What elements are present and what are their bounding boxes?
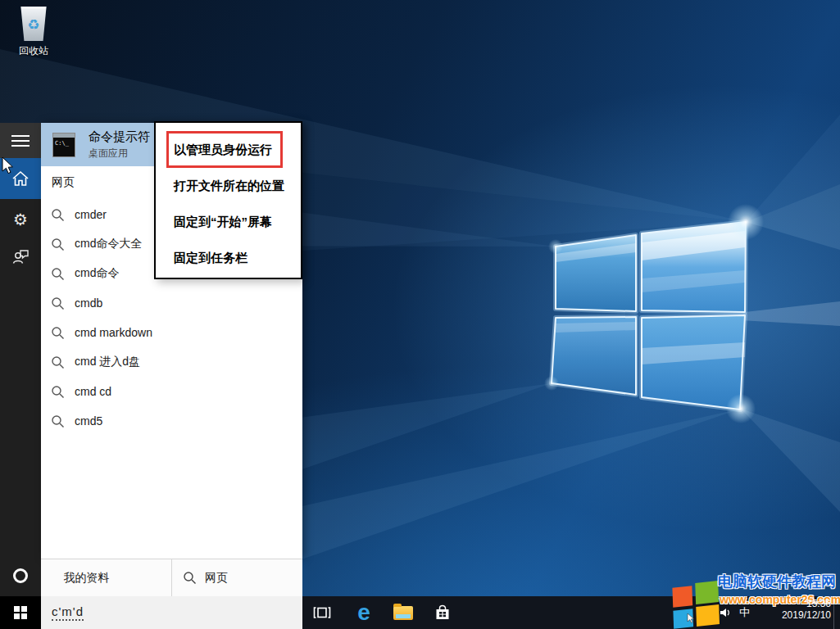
windows-logo-icon xyxy=(14,606,27,619)
system-tray: 中 xyxy=(684,596,758,629)
search-suggestion[interactable]: cmdb xyxy=(41,288,302,318)
home-icon xyxy=(11,170,30,187)
search-panel-rail: ⚙ xyxy=(0,123,41,596)
hamburger-icon xyxy=(11,135,30,147)
recycle-bin-label: 回收站 xyxy=(10,44,57,58)
tray-expand-chevron-icon[interactable] xyxy=(683,610,692,619)
recycle-bin[interactable]: ♻ 回收站 xyxy=(10,7,57,58)
recycle-bin-icon: ♻ xyxy=(20,7,48,41)
task-view-button[interactable] xyxy=(311,596,334,629)
my-stuff-button[interactable]: 我的资料 xyxy=(41,559,171,596)
cortana-button[interactable] xyxy=(0,559,41,592)
top-result-title: 命令提示符 xyxy=(89,129,150,145)
search-icon xyxy=(51,238,65,251)
person-feedback-icon xyxy=(11,248,30,265)
store-button[interactable] xyxy=(431,596,454,629)
file-explorer-button[interactable] xyxy=(392,596,415,629)
volume-icon[interactable] xyxy=(720,607,732,618)
menu-button[interactable] xyxy=(0,123,41,158)
search-suggestion[interactable]: cmd markdown xyxy=(41,318,302,347)
search-icon xyxy=(51,267,65,281)
clock-date: 2019/12/10 xyxy=(762,609,831,621)
search-suggestion[interactable]: cmd cd xyxy=(41,377,302,406)
folder-icon xyxy=(393,606,413,620)
search-suggestion[interactable]: cmd 进入d盘 xyxy=(41,347,302,377)
recycle-arrows-icon: ♻ xyxy=(27,18,39,32)
search-icon xyxy=(51,326,65,340)
taskbar-search-input[interactable]: c'm'd xyxy=(41,596,302,629)
search-icon xyxy=(51,414,65,428)
search-icon xyxy=(51,355,65,369)
context-menu: 以管理员身份运行 打开文件所在的位置 固定到“开始”屏幕 固定到任务栏 xyxy=(154,121,302,279)
gear-icon: ⚙ xyxy=(13,210,28,229)
web-search-button[interactable]: 网页 xyxy=(171,559,302,596)
search-icon xyxy=(51,385,65,399)
network-icon[interactable] xyxy=(699,607,712,618)
settings-tab[interactable]: ⚙ xyxy=(0,203,41,236)
store-bag-icon xyxy=(434,604,452,622)
ime-indicator[interactable]: 中 xyxy=(739,605,750,620)
show-desktop-button[interactable] xyxy=(833,596,840,629)
desktop: ♻ 回收站 ⚙ xyxy=(0,0,840,629)
search-icon xyxy=(51,208,65,222)
command-prompt-icon: C:\_ xyxy=(52,133,75,157)
edge-icon: e xyxy=(357,601,370,624)
home-tab[interactable] xyxy=(0,158,41,199)
menu-item-open-file-location[interactable]: 打开文件所在的位置 xyxy=(156,168,301,204)
feedback-tab[interactable] xyxy=(0,240,41,273)
cortana-ring-icon xyxy=(13,568,28,583)
clock-time: 15:36 xyxy=(762,598,831,609)
search-input-value: c'm'd xyxy=(52,604,84,621)
search-suggestion[interactable]: cmd5 xyxy=(41,406,302,436)
search-icon xyxy=(51,296,65,310)
menu-item-pin-to-taskbar[interactable]: 固定到任务栏 xyxy=(156,240,301,276)
edge-button[interactable]: e xyxy=(352,596,375,629)
start-button[interactable] xyxy=(0,596,41,629)
task-view-icon xyxy=(312,604,332,621)
panel-footer: 我的资料 网页 xyxy=(41,559,302,596)
menu-item-run-as-admin[interactable]: 以管理员身份运行 xyxy=(156,132,301,168)
top-result-subtitle: 桌面应用 xyxy=(89,147,150,161)
search-icon xyxy=(183,571,197,585)
taskbar-clock[interactable]: 15:36 2019/12/10 xyxy=(762,598,831,621)
web-section-header: 网页 xyxy=(52,175,75,190)
menu-item-pin-to-start[interactable]: 固定到“开始”屏幕 xyxy=(156,204,301,240)
